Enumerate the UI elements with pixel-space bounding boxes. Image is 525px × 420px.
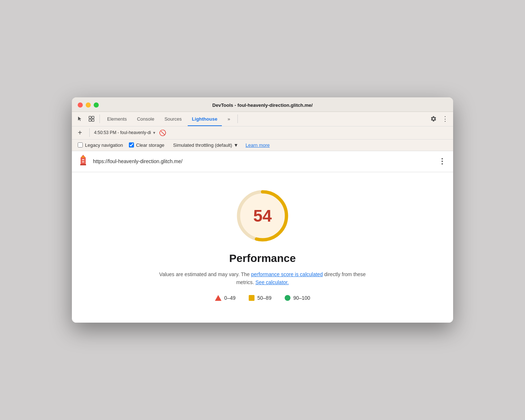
performance-score-link[interactable]: performance score is calculated xyxy=(251,271,323,277)
green-range-label: 90–100 xyxy=(293,295,310,301)
devtools-window: DevTools - foul-heavenly-direction.glitc… xyxy=(72,97,453,323)
calculator-link[interactable]: See calculator. xyxy=(256,279,289,285)
inspect-icon[interactable] xyxy=(86,114,97,124)
lighthouse-icon xyxy=(78,154,89,169)
svg-rect-3 xyxy=(92,119,94,121)
add-session-button[interactable]: + xyxy=(75,128,85,138)
performance-title: Performance xyxy=(229,252,296,264)
orange-square-icon xyxy=(249,295,255,301)
divider-1 xyxy=(99,114,100,123)
tab-console[interactable]: Console xyxy=(133,112,159,126)
dot-2 xyxy=(441,161,443,162)
throttling-label: Simulated throttling (default) xyxy=(173,142,232,148)
session-selector[interactable]: 4:50:53 PM - foul-heavenly-di ▼ xyxy=(94,130,156,135)
title-bar: DevTools - foul-heavenly-direction.glitc… xyxy=(72,97,453,112)
settings-icon[interactable] xyxy=(428,114,439,124)
devtools-toolbar: Elements Console Sources Lighthouse » ⋮ xyxy=(72,112,453,126)
url-bar-more-button[interactable] xyxy=(437,156,447,166)
main-content: 54 Performance Values are estimated and … xyxy=(72,172,453,323)
url-bar: https://foul-heavenly-direction.glitch.m… xyxy=(72,151,453,172)
url-text: https://foul-heavenly-direction.glitch.m… xyxy=(93,158,433,164)
legacy-navigation-checkbox[interactable] xyxy=(78,142,83,148)
legend-red: 0–49 xyxy=(215,295,236,301)
more-tabs-button[interactable]: » xyxy=(223,112,235,126)
svg-rect-0 xyxy=(89,116,91,118)
legend-orange: 50–89 xyxy=(249,295,272,301)
red-triangle-icon xyxy=(215,295,221,301)
legacy-navigation-item[interactable]: Legacy navigation xyxy=(78,142,123,148)
clear-storage-label: Clear storage xyxy=(136,142,164,148)
legacy-navigation-label: Legacy navigation xyxy=(85,142,123,148)
tab-sources[interactable]: Sources xyxy=(160,112,186,126)
more-options-icon[interactable]: ⋮ xyxy=(440,114,450,124)
svg-rect-2 xyxy=(92,116,94,118)
legend-green: 90–100 xyxy=(285,295,310,301)
minimize-button[interactable] xyxy=(86,102,91,108)
tab-elements[interactable]: Elements xyxy=(103,112,131,126)
orange-range-label: 50–89 xyxy=(257,295,272,301)
options-bar: Legacy navigation Clear storage Simulate… xyxy=(72,140,453,151)
clear-storage-item[interactable]: Clear storage xyxy=(129,142,164,148)
window-title: DevTools - foul-heavenly-direction.glitc… xyxy=(212,102,313,108)
throttling-dropdown-icon: ▼ xyxy=(233,142,238,148)
learn-more-link[interactable]: Learn more xyxy=(245,142,269,148)
dot-3 xyxy=(441,163,443,165)
svg-rect-1 xyxy=(89,119,91,121)
score-legend: 0–49 50–89 90–100 xyxy=(215,295,310,301)
score-gauge: 54 xyxy=(233,187,292,245)
block-icon[interactable]: 🚫 xyxy=(159,129,166,136)
session-label: 4:50:53 PM - foul-heavenly-di xyxy=(94,130,151,135)
secondary-toolbar: + 4:50:53 PM - foul-heavenly-di ▼ 🚫 xyxy=(72,126,453,140)
maximize-button[interactable] xyxy=(94,102,99,108)
close-button[interactable] xyxy=(78,102,83,108)
svg-rect-6 xyxy=(82,159,84,160)
score-number: 54 xyxy=(253,206,272,226)
tab-lighthouse[interactable]: Lighthouse xyxy=(188,112,222,126)
traffic-lights xyxy=(78,102,99,108)
svg-rect-5 xyxy=(82,156,85,158)
svg-rect-8 xyxy=(80,164,86,165)
divider-3 xyxy=(89,128,90,137)
description-text: Values are estimated and may vary. The p… xyxy=(154,270,371,287)
divider-2 xyxy=(237,114,238,123)
cursor-icon[interactable] xyxy=(75,114,85,124)
green-circle-icon xyxy=(285,295,290,301)
dot-1 xyxy=(441,158,443,159)
throttling-selector[interactable]: Simulated throttling (default) ▼ xyxy=(173,142,238,148)
red-range-label: 0–49 xyxy=(224,295,236,301)
clear-storage-checkbox[interactable] xyxy=(129,142,134,148)
description-part1: Values are estimated and may vary. The xyxy=(159,271,251,277)
dropdown-chevron-icon: ▼ xyxy=(152,131,156,135)
svg-rect-7 xyxy=(82,161,84,162)
